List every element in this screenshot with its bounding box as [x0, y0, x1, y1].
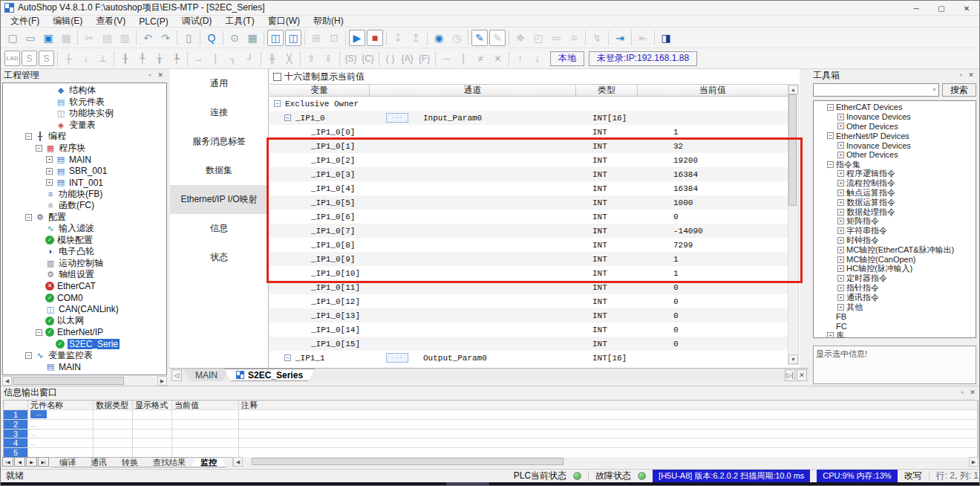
subnav-item[interactable]: 数据集 [170, 156, 268, 185]
delete-icon[interactable]: ▯ [180, 30, 197, 46]
toolbox-item--[interactable]: +字符串指令 [815, 226, 976, 236]
rung-b-icon[interactable]: ╀ [134, 51, 150, 66]
copy-icon[interactable]: ▤ [99, 30, 115, 46]
toolbox-item-inovance-devices[interactable]: +Inovance Devices [815, 140, 976, 150]
expand-icon[interactable]: + [827, 332, 834, 338]
open-project-icon[interactable]: ▭ [22, 30, 39, 46]
project-item--fb-[interactable]: ≡功能块(FB) [3, 189, 166, 201]
row-number[interactable]: 5 [4, 448, 28, 457]
subnav-item[interactable]: 状态 [170, 243, 268, 272]
pin-icon[interactable]: ▫ [957, 389, 967, 396]
watch-cell[interactable] [133, 410, 172, 419]
expand-icon[interactable]: + [837, 180, 844, 187]
selected-cell[interactable]: ... [30, 410, 47, 418]
maximize-button[interactable]: ▢ [929, 1, 954, 16]
compile-settings-icon[interactable]: ❖ [512, 30, 529, 46]
panel-view-icon[interactable]: ◨ [658, 30, 674, 46]
scroll-up-icon[interactable]: ▲ [788, 85, 798, 94]
subnav-item[interactable]: 连接 [170, 98, 268, 127]
expand-icon[interactable]: + [837, 227, 844, 234]
st-mode-icon[interactable]: S [22, 51, 37, 66]
append-row-icon[interactable]: ⊥ [95, 51, 111, 66]
menu-item[interactable]: 工具(T) [218, 16, 261, 27]
watch-cell[interactable] [133, 420, 172, 429]
import-icon[interactable]: ⊞ [308, 30, 324, 46]
toolbox-item-hc-[interactable]: +HC轴控(脉冲输入) [815, 265, 976, 274]
record-nav-button[interactable]: ◀ [14, 457, 25, 467]
line-horizontal-icon[interactable]: → [191, 51, 206, 66]
table-row[interactable]: _IP1_0[14]INT0 [270, 323, 788, 337]
hex-display-checkbox[interactable] [273, 73, 281, 81]
watch-cell[interactable] [133, 448, 172, 457]
expand-icon[interactable]: + [837, 247, 844, 253]
expand-icon[interactable]: + [837, 142, 844, 149]
collapse-icon[interactable]: − [284, 354, 291, 361]
project-item-s2ec-serie[interactable]: ✓S2EC_Serie [3, 338, 166, 350]
expand-icon[interactable]: + [837, 199, 844, 206]
project-item--[interactable]: −∿变量监控表 [3, 350, 166, 362]
expand-icon[interactable]: + [837, 218, 844, 224]
expand-icon[interactable]: + [837, 294, 844, 301]
menu-item[interactable]: 调试(D) [175, 16, 219, 27]
output-tab-1[interactable]: 通讯 [81, 457, 117, 467]
project-item-int-001[interactable]: +▤INT_001 [3, 177, 166, 189]
table-row[interactable]: _IP1_0[4]INT16384 [270, 181, 788, 195]
record-nav-button[interactable]: |◀ [2, 457, 13, 467]
align-h-icon[interactable]: ≕ [548, 30, 564, 46]
project-item-sbr-001[interactable]: +▤SBR_001 [3, 166, 166, 178]
variable-table-vscrollbar[interactable]: ▲ ▼ [788, 84, 799, 365]
pin-icon[interactable]: ▫ [956, 71, 966, 79]
not-equal-icon[interactable]: ≠ [473, 51, 489, 66]
watch-cell[interactable] [172, 420, 239, 429]
expand-icon[interactable]: + [46, 156, 53, 163]
edit-icon[interactable]: ✎ [489, 30, 506, 46]
project-item--[interactable]: ✓以太网 [3, 315, 166, 327]
watch-cell[interactable] [94, 420, 133, 429]
toolbox-search-combobox[interactable]: ˅ [813, 83, 939, 97]
clock-icon[interactable]: ◷ [448, 30, 465, 46]
expand-icon[interactable]: + [46, 168, 53, 175]
print-preview-icon[interactable]: ⊙ [226, 30, 243, 46]
watch-cell[interactable] [94, 448, 133, 457]
record-nav-button[interactable]: ▶| [38, 457, 49, 467]
channel-browse-button[interactable]: ... [386, 353, 408, 363]
save-icon[interactable]: ▣ [40, 30, 56, 46]
project-item--[interactable]: −⚙配置 [3, 212, 166, 224]
del-vline-icon[interactable]: │ [456, 51, 471, 66]
collapse-icon[interactable]: − [827, 132, 834, 139]
login-icon[interactable]: ⇥ [612, 30, 628, 46]
download-icon[interactable]: ↧ [390, 30, 406, 46]
collapse-icon[interactable]: − [827, 161, 834, 168]
project-item-com0[interactable]: ✓COM0 [3, 292, 166, 304]
table-row[interactable]: _IP1_0[1]INT32 [270, 139, 788, 153]
watch-cell[interactable] [239, 420, 978, 429]
table-row[interactable]: _IP1_0[15]INT0 [270, 337, 788, 351]
expand-icon[interactable]: + [837, 170, 844, 177]
table-row[interactable]: −_IP1_0...Input_Param0INT[16] [270, 111, 788, 125]
scroll-left-icon[interactable]: ◀ [2, 376, 12, 386]
project-item-main[interactable]: ▤MAIN [3, 361, 166, 373]
toolbox-item--[interactable]: +程序逻辑指令 [815, 169, 976, 179]
stop-icon[interactable]: ■ [367, 30, 383, 46]
tab-scroll-left-button[interactable]: ◁ [172, 369, 182, 381]
watch-cell[interactable] [239, 430, 978, 438]
row-number[interactable]: 2 [4, 420, 28, 429]
rung-a-icon[interactable]: ╂ [117, 51, 133, 66]
table-row[interactable]: _IP1_0[0]INT1 [270, 125, 788, 139]
coil-output-icon[interactable]: ( ) [382, 51, 398, 66]
project-tree-hscrollbar[interactable]: ◀ ▶ [2, 376, 167, 386]
coil-reset-icon[interactable]: {C} [360, 51, 376, 66]
expand-icon[interactable]: + [837, 189, 844, 196]
project-item--[interactable]: ▥运动控制轴 [3, 258, 166, 270]
expand-icon[interactable]: + [837, 275, 844, 282]
watch-cell[interactable]: ... [28, 410, 94, 419]
contact-falling-icon[interactable]: ⇩ [321, 51, 336, 66]
row-number[interactable]: 1 [4, 410, 28, 419]
expand-icon[interactable]: + [837, 237, 844, 244]
table-row[interactable]: _IP1_0[3]INT16384 [270, 167, 788, 181]
toolbox-item-other-devices[interactable]: +Other Devices [815, 122, 976, 132]
project-item--[interactable]: ◫功能块实例 [3, 108, 166, 120]
toolbox-item-fb[interactable]: FB [815, 312, 976, 322]
rung-d-icon[interactable]: ╄ [169, 51, 184, 66]
project-item--[interactable]: ✓模块配置 [3, 235, 166, 247]
